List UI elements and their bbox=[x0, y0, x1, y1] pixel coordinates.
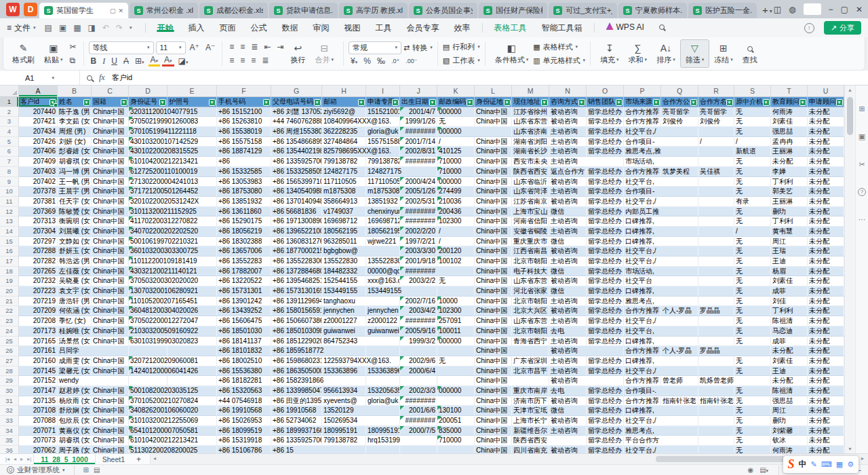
cell[interactable]: China中国 bbox=[92, 446, 129, 453]
cell[interactable]: +86 15320563 bbox=[217, 386, 271, 396]
cell[interactable]: 唐浩轩 (男 bbox=[58, 297, 92, 307]
cell[interactable]: +86 1506607386 bbox=[271, 316, 322, 326]
column-letter-P[interactable]: P bbox=[624, 86, 661, 96]
cell[interactable]: 117110505 bbox=[366, 177, 400, 187]
cell[interactable]: 主动咨询 bbox=[549, 216, 587, 227]
cell[interactable]: 370105200210270824 bbox=[129, 396, 167, 406]
cell[interactable]: China中国 bbox=[475, 396, 512, 406]
cell[interactable]: +86 1355228306 bbox=[271, 256, 322, 267]
cell[interactable] bbox=[698, 227, 734, 237]
cell[interactable]: 吕同学 bbox=[58, 346, 92, 356]
cell[interactable]: 社交平台,/ bbox=[624, 446, 661, 453]
cell[interactable]: 韩浩远 (男 bbox=[58, 256, 92, 267]
justify-icon[interactable]: ≣ bbox=[260, 56, 271, 65]
cell[interactable]: 被动咨询 bbox=[549, 117, 587, 127]
cell[interactable]: 吴佳祺 bbox=[698, 167, 734, 177]
cell[interactable]: 主动咨询 bbox=[549, 137, 587, 147]
cell[interactable]: 未分配 bbox=[808, 227, 844, 237]
cell[interactable] bbox=[437, 396, 475, 406]
cell[interactable]: 凯烁曾老师 bbox=[698, 376, 734, 386]
cell[interactable]: 口碑推荐, bbox=[624, 216, 661, 227]
cell[interactable]: 季忆 (女) bbox=[58, 316, 92, 326]
cell[interactable]: China中国 bbox=[475, 366, 512, 377]
percent-icon[interactable]: % bbox=[361, 56, 373, 66]
cell[interactable]: 180995191 bbox=[322, 426, 366, 436]
cell[interactable] bbox=[512, 346, 549, 356]
cell[interactable]: 000000 bbox=[437, 127, 475, 137]
cell[interactable]: bgbgbow@ bbox=[322, 246, 366, 256]
filter-dropdown-button[interactable]: ▼ bbox=[653, 99, 660, 106]
cell[interactable]: China中国 bbox=[475, 376, 512, 386]
cell[interactable]: 207426 bbox=[19, 137, 58, 147]
cell[interactable]: 207223 bbox=[19, 286, 58, 297]
eye-protect-icon[interactable]: ◉ bbox=[747, 466, 753, 474]
row-number[interactable]: 30 bbox=[0, 386, 19, 396]
cell[interactable]: 山东省东营 bbox=[512, 117, 549, 127]
cell[interactable]: +86 1354402198 bbox=[271, 147, 322, 157]
header-cell[interactable]: 合作方名▼ bbox=[698, 97, 734, 107]
cell[interactable]: 799138782 bbox=[322, 157, 366, 167]
cell[interactable]: ######## bbox=[400, 396, 437, 406]
row-number[interactable]: 29 bbox=[0, 376, 19, 386]
cell[interactable]: 刘晨曦 (女 bbox=[58, 227, 92, 237]
cell[interactable]: 无 bbox=[734, 316, 771, 326]
cell[interactable]: +86 1533258505 bbox=[271, 167, 322, 177]
docer-logo[interactable]: D bbox=[24, 3, 37, 16]
maximize-button[interactable]: ▢ bbox=[841, 5, 848, 14]
cell[interactable]: 无 bbox=[734, 237, 771, 247]
cell[interactable]: +86 18302388 bbox=[217, 237, 271, 247]
cell[interactable]: gloria@uk bbox=[366, 396, 400, 406]
cell[interactable]: 无 bbox=[734, 326, 771, 337]
cell[interactable]: v1749037 bbox=[322, 207, 366, 217]
row-number[interactable]: 26 bbox=[0, 346, 19, 356]
row-number[interactable]: 15 bbox=[0, 237, 19, 247]
cell[interactable]: 000000 bbox=[437, 386, 475, 396]
cell[interactable]: 180995191 bbox=[366, 426, 400, 436]
document-tab[interactable]: S成都公积金.xlsx bbox=[199, 3, 268, 18]
row-number[interactable]: 22 bbox=[0, 306, 19, 316]
add-sheet-button[interactable]: + bbox=[132, 455, 146, 464]
cell[interactable]: 未分配 bbox=[808, 167, 844, 177]
cell[interactable]: m1875308 bbox=[322, 187, 366, 197]
ime-settings-icon[interactable]: ⚙ bbox=[847, 460, 854, 469]
cell[interactable] bbox=[698, 127, 734, 137]
document-tab[interactable]: S医护五险一金.xlsx bbox=[688, 3, 757, 18]
print-preview-icon[interactable]: ▤▾ bbox=[760, 466, 768, 474]
cell[interactable] bbox=[129, 376, 167, 386]
cell[interactable] bbox=[587, 157, 624, 167]
cell[interactable]: 未分配 bbox=[808, 267, 844, 277]
cell[interactable]: 微信 bbox=[549, 406, 587, 416]
column-letter-A[interactable]: A bbox=[19, 86, 58, 96]
cell[interactable]: 169698712 bbox=[322, 216, 366, 227]
cell[interactable]: z20001227 bbox=[322, 316, 366, 326]
cell[interactable]: 王一帆 (男 bbox=[58, 177, 92, 187]
cell[interactable]: 710000 bbox=[437, 167, 475, 177]
cell[interactable]: 内部员工推 bbox=[624, 207, 661, 217]
cell[interactable]: 153449155 bbox=[366, 286, 400, 297]
cell[interactable]: 市场活动, bbox=[624, 267, 661, 277]
cell[interactable]: +86 1360831276 bbox=[271, 237, 322, 247]
cell[interactable]: 2000/7/5 bbox=[400, 426, 437, 436]
cell[interactable] bbox=[366, 337, 400, 347]
horizontal-scrollbar[interactable]: ◂ ▸ bbox=[150, 454, 868, 464]
row-number[interactable]: 19 bbox=[0, 276, 19, 286]
row-number[interactable]: 13 bbox=[0, 216, 19, 227]
worksheet-button[interactable]: ▧工作表▾ bbox=[443, 56, 480, 66]
header-cell[interactable]: 邮箱▼ bbox=[322, 97, 366, 107]
cell[interactable]: 成菲 bbox=[771, 337, 808, 347]
cell[interactable]: 孟冉冉 bbox=[771, 137, 808, 147]
cell[interactable]: 327484864 bbox=[322, 137, 366, 147]
cell[interactable]: 未分配 bbox=[771, 157, 808, 167]
outline-icon[interactable]: ▤ bbox=[94, 466, 100, 474]
cell[interactable]: 去电 bbox=[549, 326, 587, 337]
cell[interactable]: 王瑞 bbox=[771, 246, 808, 256]
header-cell[interactable]: 教育顾问▼ bbox=[771, 97, 808, 107]
cell[interactable]: 返点合作方 bbox=[549, 167, 587, 177]
cell[interactable]: 2002/7/16 bbox=[400, 297, 437, 307]
cell[interactable]: +86 15152100 bbox=[217, 107, 271, 117]
cell[interactable]: 指南针张老 bbox=[661, 396, 698, 406]
cell[interactable]: 153363896 bbox=[366, 366, 400, 377]
cell[interactable]: 合作方推荐 bbox=[624, 306, 661, 316]
cell[interactable]: 无 bbox=[734, 337, 771, 347]
cell[interactable]: 湖南省浏阳 bbox=[512, 137, 549, 147]
